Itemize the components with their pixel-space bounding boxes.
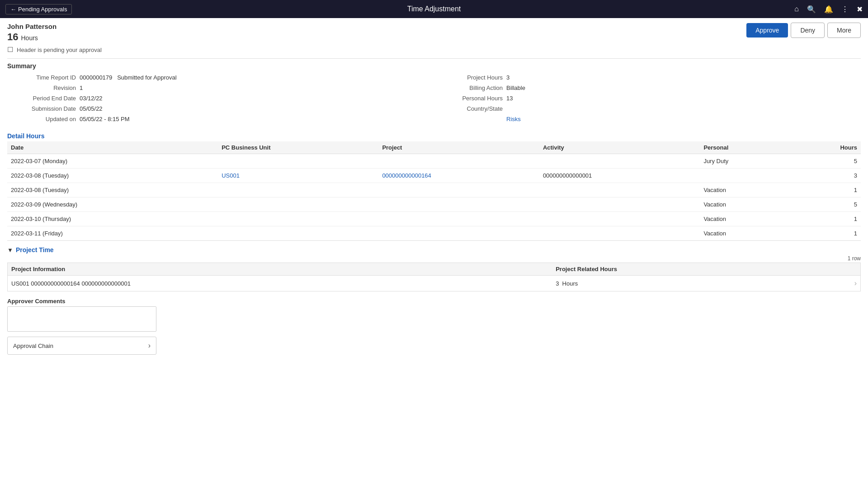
summary-submission-label: Submission Date: [7, 105, 80, 112]
table-row: 2022-03-08 (Tuesday) Vacation 1: [7, 183, 861, 197]
summary-billing-row: Billing Action Billable: [434, 84, 861, 91]
summary-project-hours-value: 3: [506, 74, 509, 81]
main-content: John Patterson 16 Hours Approve Deny Mor…: [0, 18, 868, 359]
summary-revision-row: Revision 1: [7, 84, 434, 91]
cell-project: [378, 226, 539, 241]
top-nav: ← Pending Approvals Time Adjustment ⌂ 🔍 …: [0, 0, 868, 18]
cell-date: 2022-03-09 (Wednesday): [7, 197, 218, 212]
col-project: Project: [378, 141, 539, 154]
summary-period-value: 03/12/22: [80, 95, 103, 102]
cell-date: 2022-03-08 (Tuesday): [7, 169, 218, 183]
close-icon[interactable]: ✖: [857, 5, 863, 14]
summary-time-report-row: Time Report ID 0000000179 Submitted for …: [7, 74, 434, 81]
summary-updated-row: Updated on 05/05/22 - 8:15 PM: [7, 116, 434, 122]
approve-button[interactable]: Approve: [746, 23, 788, 38]
table-row: 2022-03-11 (Friday) Vacation 1: [7, 226, 861, 241]
summary-revision-value: 1: [80, 84, 83, 91]
divider-1: [7, 58, 861, 59]
summary-updated-label: Updated on: [7, 116, 80, 122]
user-info: John Patterson 16 Hours: [7, 23, 57, 43]
cell-personal: Jury Duty: [700, 154, 792, 169]
summary-billing-value: Billable: [506, 84, 525, 91]
back-button[interactable]: ← Pending Approvals: [5, 4, 72, 14]
table-row: 2022-03-09 (Wednesday) Vacation 5: [7, 197, 861, 212]
summary-personal-hours-label: Personal Hours: [434, 95, 506, 102]
project-time-row-count: 1 row: [7, 255, 861, 262]
more-button[interactable]: More: [827, 23, 861, 38]
list-item: US001 000000000000164 000000000000001 3 …: [8, 276, 861, 291]
cell-hours: 5: [792, 197, 861, 212]
cell-activity: [539, 183, 700, 197]
cell-personal: Vacation: [700, 226, 792, 241]
project-time-collapse-icon[interactable]: ▼: [7, 247, 13, 253]
cell-hours: 1: [792, 226, 861, 241]
col-bu: PC Business Unit: [218, 141, 378, 154]
project-time-table: Project Information Project Related Hour…: [7, 263, 861, 291]
summary-submission-row: Submission Date 05/05/22: [7, 105, 434, 112]
deny-button[interactable]: Deny: [791, 23, 825, 38]
approval-chain-button[interactable]: Approval Chain ›: [7, 337, 156, 355]
approver-comments-label: Approver Comments: [7, 298, 861, 305]
cell-project[interactable]: 000000000000164: [378, 169, 539, 183]
cell-project: [378, 197, 539, 212]
summary-updated-value: 05/05/22 - 8:15 PM: [80, 116, 130, 122]
cell-date: 2022-03-10 (Thursday): [7, 212, 218, 226]
cell-bu: [218, 226, 378, 241]
search-icon[interactable]: 🔍: [807, 5, 816, 14]
cell-bu: [218, 212, 378, 226]
back-arrow-icon: ←: [10, 6, 16, 13]
back-label: Pending Approvals: [18, 6, 67, 13]
home-icon[interactable]: ⌂: [794, 5, 799, 13]
approval-chain-label: Approval Chain: [13, 343, 53, 349]
summary-period-row: Period End Date 03/12/22: [7, 95, 434, 102]
header-row: John Patterson 16 Hours Approve Deny Mor…: [7, 23, 861, 43]
risks-link[interactable]: Risks: [506, 116, 521, 122]
col-personal: Personal: [700, 141, 792, 154]
cell-bu[interactable]: US001: [218, 169, 378, 183]
action-buttons: Approve Deny More: [746, 23, 861, 38]
summary-time-report-label: Time Report ID: [7, 74, 80, 81]
summary-time-report-value: 0000000179 Submitted for Approval: [80, 74, 177, 81]
approver-comments-section: Approver Comments: [7, 298, 861, 333]
approver-comments-input[interactable]: [7, 306, 156, 332]
user-name: John Patterson: [7, 23, 57, 30]
detail-table-header-row: Date PC Business Unit Project Activity P…: [7, 141, 861, 154]
cell-project-hours: 3 Hours: [552, 276, 847, 291]
bell-icon[interactable]: 🔔: [824, 5, 833, 14]
project-time-header: ▼ Project Time: [7, 246, 861, 253]
col-project-related-hours: Project Related Hours: [552, 263, 847, 276]
more-vert-icon[interactable]: ⋮: [841, 5, 849, 14]
summary-period-label: Period End Date: [7, 95, 80, 102]
cell-row-chevron[interactable]: ›: [847, 276, 861, 291]
cell-date: 2022-03-08 (Tuesday): [7, 183, 218, 197]
summary-personal-hours-value: 13: [506, 95, 513, 102]
hours-number: 16: [7, 31, 18, 43]
col-activity: Activity: [539, 141, 700, 154]
pending-notice: ☐ Header is pending your approval: [7, 46, 861, 54]
approval-chain-chevron-icon: ›: [148, 342, 151, 350]
cell-project: [378, 154, 539, 169]
table-row: 2022-03-07 (Monday) Jury Duty 5: [7, 154, 861, 169]
pending-text: Header is pending your approval: [17, 47, 102, 53]
summary-project-hours-row: Project Hours 3: [434, 74, 861, 81]
nav-icons: ⌂ 🔍 🔔 ⋮ ✖: [794, 5, 863, 14]
cell-date: 2022-03-07 (Monday): [7, 154, 218, 169]
col-hours: Hours: [792, 141, 861, 154]
detail-hours-title: Detail Hours: [7, 132, 861, 140]
hours-label: Hours: [21, 34, 38, 42]
summary-title: Summary: [7, 62, 861, 70]
page-title: Time Adjustment: [407, 5, 461, 13]
project-time-title: Project Time: [16, 246, 54, 253]
cell-project: [378, 212, 539, 226]
table-row: 2022-03-08 (Tuesday) US001 0000000000001…: [7, 169, 861, 183]
summary-grid: Time Report ID 0000000179 Submitted for …: [7, 74, 861, 126]
summary-left-col: Time Report ID 0000000179 Submitted for …: [7, 74, 434, 126]
cell-hours: 1: [792, 183, 861, 197]
cell-hours: 5: [792, 154, 861, 169]
summary-revision-label: Revision: [7, 84, 80, 91]
project-table-header-row: Project Information Project Related Hour…: [8, 263, 861, 276]
cell-activity: [539, 212, 700, 226]
col-chevron-placeholder: [847, 263, 861, 276]
summary-risks-row: Risks: [434, 116, 861, 122]
summary-project-hours-label: Project Hours: [434, 74, 506, 81]
